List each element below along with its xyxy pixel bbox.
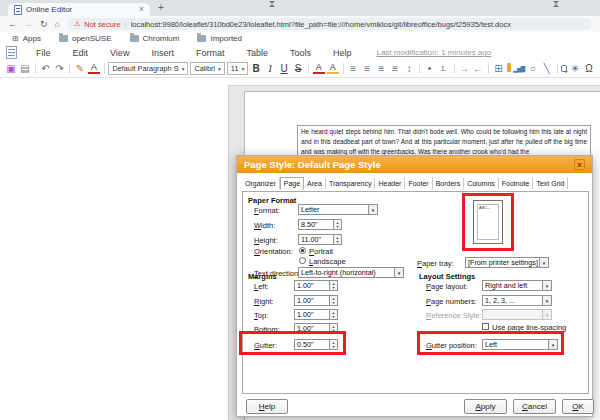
dialog-tab[interactable]: Organizer [242, 177, 280, 189]
insert-comment-icon[interactable] [561, 65, 567, 72]
clone-formatting-icon[interactable]: ✎ [74, 63, 86, 75]
font-color-icon[interactable]: A [313, 63, 325, 74]
bookmark-folder-chromium[interactable]: Chromium [130, 34, 180, 43]
dialog-tab[interactable]: Page [280, 177, 304, 190]
dialog-tab[interactable]: Text Grid [533, 177, 568, 189]
insert-line-icon[interactable]: ╲ [541, 63, 553, 75]
paragraph-text-frame[interactable]: He heard quiet steps behind him. That di… [297, 125, 591, 158]
width-spinner[interactable]: 8.50" ▲▼ [298, 219, 342, 230]
align-right-icon[interactable]: ≡ [375, 63, 387, 75]
dialog-tab[interactable]: Footnote [499, 177, 534, 189]
bold-button[interactable]: B [250, 63, 262, 75]
forward-icon[interactable]: → [24, 19, 33, 29]
margin-top-spinner[interactable]: 1.00" ▲▼ [294, 309, 338, 320]
insert-chart-icon[interactable]: ▂▅▇ [513, 63, 525, 75]
spinner-arrows-icon[interactable]: ▲▼ [329, 340, 337, 349]
paper-tray-select[interactable]: [From printer settings] ▾ [465, 257, 549, 268]
dialog-tab[interactable]: Columns [464, 177, 499, 189]
dialog-tab[interactable]: Borders [433, 177, 465, 189]
chevron-down-icon[interactable]: ▾ [394, 268, 403, 277]
cancel-button[interactable]: Cancel [513, 399, 556, 414]
dialog-title-bar[interactable]: Page Style: Default Page Style x [237, 156, 592, 173]
decrease-indent-icon[interactable]: ← [472, 63, 484, 75]
tab-close-icon[interactable]: × [139, 5, 144, 14]
portrait-radio[interactable] [299, 247, 306, 254]
bullet-list-icon[interactable]: • [424, 63, 436, 75]
redo-icon[interactable]: ↷ [53, 63, 65, 75]
menu-item[interactable]: Insert [140, 48, 185, 58]
height-spinner[interactable]: 11.00" ▲▼ [298, 234, 342, 245]
insert-shape-icon[interactable]: ○ [527, 63, 539, 75]
insert-table-icon[interactable]: ⊞ [493, 63, 505, 75]
bookmark-folder-opensuse[interactable]: openSUSE [59, 34, 112, 43]
text-direction-select[interactable]: Left-to-right (horizontal) ▾ [298, 267, 404, 278]
horizontal-ruler[interactable]: 123456789101112131415161718 [228, 78, 600, 86]
star-shape-icon[interactable]: ✳ [569, 63, 581, 75]
special-character-icon[interactable]: Ω [583, 63, 595, 75]
clear-formatting-icon[interactable]: A [88, 63, 100, 74]
page-layout-select[interactable]: Right and left ▾ [482, 280, 552, 291]
margin-bottom-spinner[interactable]: 1.00" ▲▼ [294, 323, 338, 334]
chevron-down-icon[interactable]: ▾ [548, 340, 557, 349]
font-size-select[interactable]: 11 ▾ [227, 62, 248, 75]
insert-image-icon[interactable] [507, 65, 511, 72]
underline-button[interactable]: U [278, 63, 290, 75]
line-spacing-icon[interactable]: ↕ [403, 63, 415, 75]
gutter-margin-spinner[interactable]: 0.50" ▲▼ [294, 339, 338, 350]
chevron-down-icon[interactable]: ▾ [542, 281, 551, 290]
margin-right-spinner[interactable]: 1.00" ▲▼ [294, 295, 338, 306]
align-left-icon[interactable]: ≡ [347, 63, 359, 75]
paragraph-style-select[interactable]: Default Paragraph St.. ▾ [108, 62, 188, 75]
menu-item[interactable]: Format [185, 48, 236, 58]
chevron-down-icon[interactable]: ▾ [542, 296, 551, 305]
back-icon[interactable]: ← [8, 19, 17, 29]
spinner-arrows-icon[interactable]: ▲▼ [329, 296, 337, 305]
menu-item[interactable]: File [25, 48, 62, 58]
browser-tab[interactable]: Online Editor × [8, 3, 150, 16]
menu-item[interactable]: View [99, 48, 140, 58]
chevron-down-icon[interactable]: ▾ [539, 258, 548, 267]
numbered-list-icon[interactable]: 1. [438, 63, 450, 75]
indent-marker-icon[interactable] [269, 1, 275, 7]
menu-item[interactable]: Help [322, 48, 363, 58]
save-button[interactable]: ▣ [5, 63, 17, 75]
spinner-arrows-icon[interactable]: ▲▼ [329, 310, 337, 319]
print-icon[interactable]: ▤ [19, 63, 31, 75]
url-input[interactable]: ⚠ Not secure | localhost:9980/loleaflet/… [67, 18, 592, 30]
highlight-color-icon[interactable]: A [327, 63, 339, 74]
dialog-close-icon[interactable]: x [574, 159, 585, 170]
strikethrough-button[interactable]: S [292, 63, 304, 75]
align-center-icon[interactable]: ≡ [361, 63, 373, 75]
menu-item[interactable]: Edit [62, 48, 100, 58]
landscape-radio[interactable] [299, 257, 306, 264]
spinner-arrows-icon[interactable]: ▲▼ [333, 235, 341, 244]
gutter-position-select[interactable]: Left ▾ [482, 339, 558, 350]
chevron-down-icon[interactable]: ▾ [368, 205, 377, 214]
undo-icon[interactable]: ↶ [39, 63, 51, 75]
bookmark-folder-imported[interactable]: Imported [197, 34, 242, 43]
ok-button[interactable]: OK [562, 399, 594, 414]
reload-icon[interactable]: ↻ [40, 19, 48, 29]
page-numbers-select[interactable]: 1, 2, 3, ... ▾ [482, 295, 552, 306]
menu-item[interactable]: Tools [279, 48, 322, 58]
format-select[interactable]: Letter ▾ [298, 204, 378, 215]
last-modification-link[interactable]: Last modification: 1 minutes ago [376, 48, 491, 57]
new-tab-button[interactable]: + [158, 2, 164, 13]
indent-marker-icon[interactable] [553, 1, 559, 7]
align-justify-icon[interactable]: ≡ [389, 63, 401, 75]
reference-style-select[interactable]: ▾ [482, 309, 552, 320]
home-icon[interactable]: ⌂ [55, 19, 60, 29]
menu-item[interactable]: Table [235, 48, 279, 58]
dialog-tab[interactable]: Area [304, 177, 326, 189]
use-page-line-spacing-checkbox[interactable] [482, 323, 489, 330]
spinner-arrows-icon[interactable]: ▲▼ [333, 220, 341, 229]
italic-button[interactable]: I [264, 63, 276, 75]
spinner-arrows-icon[interactable]: ▲▼ [329, 324, 337, 333]
dialog-tab[interactable]: Footer [405, 177, 432, 189]
increase-indent-icon[interactable]: → [458, 63, 470, 75]
not-secure-label[interactable]: Not secure [84, 20, 120, 29]
dialog-tab[interactable]: Transparency [326, 177, 376, 189]
font-name-select[interactable]: Calibri ▾ [190, 62, 224, 75]
spinner-arrows-icon[interactable]: ▲▼ [329, 281, 337, 290]
dialog-tab[interactable]: Header [375, 177, 405, 189]
